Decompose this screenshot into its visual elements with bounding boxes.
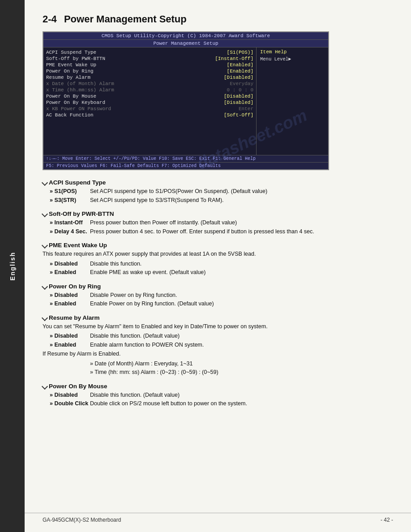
footer-left: GA-945GCM(X)-S2 Motherboard <box>43 517 121 523</box>
cmos-item-value: [S1(POS)] <box>227 50 253 55</box>
cmos-body: ACPI Suspend Type[S1(POS)]Soft-Off by PW… <box>43 47 328 155</box>
cmos-item-value: Enter <box>239 106 253 112</box>
bullet-row: » Enabled Enable PME as wake up event. (… <box>50 269 393 277</box>
cmos-row: Power On By Keyboard[Disabled] <box>46 99 253 106</box>
bullet-text: Press power button 4 sec. to Power off. … <box>90 228 393 236</box>
cursor-icon <box>42 315 48 321</box>
cmos-footer-line2: F5: Previous Values F6: Fail-Safe Defaul… <box>46 163 221 168</box>
cmos-subheader: Power Management Setup <box>43 40 328 47</box>
cmos-row: PME Event Wake Up[Enabled] <box>46 62 253 68</box>
bullet-text: Press power button then Power off instan… <box>90 219 393 227</box>
bullet-label: » Instant-Off <box>50 219 90 227</box>
cmos-row: Resume by Alarm[Disabled] <box>46 74 253 81</box>
footer-right: - 42 - <box>381 517 393 523</box>
cursor-icon <box>42 283 48 290</box>
bullet-row: » Disabled Disable Power on by Ring func… <box>50 292 393 300</box>
section-pme-event-wake-up: PME Event Wake UpThis feature requires a… <box>43 242 393 277</box>
bullet-row: » Instant-Off Press power button then Po… <box>50 219 393 227</box>
cmos-row: x Time (hh.mm:ss) Alarm0 : 0 : 0 <box>46 87 253 93</box>
cmos-item-value: [Disabled] <box>224 94 253 99</box>
bullet-label: » Disabled <box>50 391 90 399</box>
section-title: Resume by Alarm <box>43 314 393 321</box>
cmos-row: x KB Power ON PasswordEnter <box>46 106 253 112</box>
cmos-footer: ↑↓→←: Move Enter: Select +/-/PU/PD: Valu… <box>43 155 328 162</box>
bullet-text: Enable Power on by Ring function. (Defau… <box>90 300 393 308</box>
cursor-icon <box>42 383 48 390</box>
sidebar-label: English <box>9 252 16 281</box>
bullet-label: » Delay 4 Sec. <box>50 228 90 236</box>
sections-container: ACPI Suspend Type » S1(POS) Set ACPI sus… <box>43 179 393 408</box>
cmos-help-text: Menu Level► <box>260 56 325 62</box>
section-acpi-suspend-type: ACPI Suspend Type » S1(POS) Set ACPI sus… <box>43 179 393 204</box>
cmos-item-value: 0 : 0 : 0 <box>227 87 253 93</box>
cmos-item-label: x Date (of Month) Alarm <box>46 81 226 86</box>
bullet-text: Disable this function. <box>90 260 393 268</box>
section-extra: If Resume by Alarm is Enabled. <box>43 350 393 358</box>
cmos-row: Soft-Off by PWR-BTTN[Instant-Off] <box>46 56 253 62</box>
bullet-text: Double click on PS/2 mouse left button t… <box>90 400 393 408</box>
bullet-text: Enable alarm function to POWER ON system… <box>90 341 393 349</box>
bullet-text: Disable Power on by Ring function. <box>90 292 393 300</box>
cmos-row: AC Back Function[Soft-Off] <box>46 112 253 118</box>
main-content: 2-4 Power Management Setup CMOS Setup Ut… <box>25 0 411 432</box>
bullet-label: » S3(STR) <box>50 197 90 205</box>
cmos-footer-line1: ↑↓→←: Move Enter: Select +/-/PU/PD: Valu… <box>46 156 256 161</box>
cmos-right-panel: Item Help Menu Level► <box>257 47 328 155</box>
bullet-text: Enable PME as wake up event. (Default va… <box>90 269 393 277</box>
cmos-item-label: x KB Power ON Password <box>46 106 235 112</box>
page-title: 2-4 Power Management Setup <box>43 13 393 25</box>
bullet-label: » Disabled <box>50 292 90 300</box>
bullet-row: » Disabled Disable this function. (Defau… <box>50 391 393 399</box>
bullet-row: » Disabled Disable this function. (Defau… <box>50 332 393 340</box>
bullet-label: » Enabled <box>50 300 90 308</box>
section-title: Power On by Ring <box>43 283 393 290</box>
bullet-text: Set ACPI suspend type to S3/STR(Suspend … <box>90 197 393 205</box>
cmos-footer2: F5: Previous Values F6: Fail-Safe Defaul… <box>43 162 328 169</box>
cmos-row: ACPI Suspend Type[S1(POS)] <box>46 49 253 56</box>
bullet-extra: » Time (hh: mm: ss) Alarm : (0~23) : (0~… <box>90 369 393 377</box>
section-intro: You can set "Resume by Alarm" item to En… <box>43 323 393 331</box>
bullet-row: » Double Click Double click on PS/2 mous… <box>50 400 393 408</box>
cmos-item-value: [Enabled] <box>227 62 253 68</box>
section-title: Soft-Off by PWR-BTTN <box>43 210 393 217</box>
cmos-item-label: Power On by Ring <box>46 69 223 74</box>
cmos-item-label: PME Event Wake Up <box>46 62 223 68</box>
section-title: ACPI Suspend Type <box>43 179 393 186</box>
cmos-item-value: [Soft-Off] <box>224 112 253 118</box>
cmos-item-value: [Instant-Off] <box>215 56 253 61</box>
section-soft-off-pwr-bttn: Soft-Off by PWR-BTTN » Instant-Off Press… <box>43 210 393 236</box>
section-title: Power On By Mouse <box>43 383 393 390</box>
bullet-label: » Double Click <box>50 400 90 408</box>
cursor-icon <box>42 180 48 186</box>
cursor-icon <box>42 211 48 217</box>
cmos-item-label: Power On By Mouse <box>46 94 220 99</box>
cmos-setup-box: CMOS Setup Utility-Copyright (C) 1984-20… <box>43 31 329 170</box>
cmos-item-value: Everyday <box>230 81 253 86</box>
bullet-label: » Disabled <box>50 260 90 268</box>
bullet-label: » Enabled <box>50 341 90 349</box>
bullet-row: » S3(STR) Set ACPI suspend type to S3/ST… <box>50 197 393 205</box>
cursor-icon <box>42 242 48 249</box>
bullet-row: » Delay 4 Sec. Press power button 4 sec.… <box>50 228 393 236</box>
page-footer: GA-945GCM(X)-S2 Motherboard - 42 - <box>25 513 411 523</box>
bullet-label: » S1(POS) <box>50 188 90 196</box>
cmos-header: CMOS Setup Utility-Copyright (C) 1984-20… <box>43 32 328 40</box>
bullet-text: Set ACPI suspend type to S1/POS(Power On… <box>90 188 393 196</box>
section-number: 2-4 <box>43 13 57 25</box>
bullet-label: » Disabled <box>50 332 90 340</box>
cmos-help-title: Item Help <box>260 49 325 55</box>
bullet-row: » S1(POS) Set ACPI suspend type to S1/PO… <box>50 188 393 196</box>
bullet-text: Disable this function. (Default value) <box>90 391 393 399</box>
cmos-left-panel: ACPI Suspend Type[S1(POS)]Soft-Off by PW… <box>43 47 257 155</box>
section-intro: This feature requires an ATX power suppl… <box>43 250 393 258</box>
cmos-item-label: Soft-Off by PWR-BTTN <box>46 56 211 61</box>
sidebar: English <box>0 0 25 532</box>
cmos-item-label: Power On By Keyboard <box>46 100 220 105</box>
cmos-row: Power On By Mouse[Disabled] <box>46 93 253 99</box>
bullet-label: » Enabled <box>50 269 90 277</box>
cmos-row: x Date (of Month) AlarmEveryday <box>46 81 253 87</box>
cmos-item-value: [Disabled] <box>224 75 253 80</box>
cmos-item-value: [Disabled] <box>224 100 253 105</box>
bullet-row: » Disabled Disable this function. <box>50 260 393 268</box>
bullet-text: Disable this function. (Default value) <box>90 332 393 340</box>
